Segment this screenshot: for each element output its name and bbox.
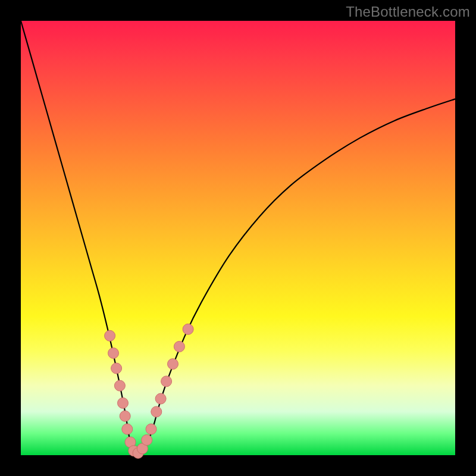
curve-marker <box>174 342 184 352</box>
curve-marker <box>105 330 115 341</box>
plot-area <box>21 21 455 455</box>
curve-marker <box>168 359 178 369</box>
curve-marker <box>120 411 130 421</box>
curve-marker <box>108 348 119 359</box>
chart-frame: TheBottleneck.com <box>0 0 476 476</box>
bottleneck-curve <box>21 21 455 455</box>
curve-markers <box>105 324 194 458</box>
curve-marker <box>161 376 172 387</box>
curve-marker <box>155 393 166 404</box>
curve-marker <box>183 324 193 334</box>
curve-marker <box>118 397 129 408</box>
chart-svg <box>21 21 455 455</box>
curve-marker <box>122 424 133 434</box>
curve-marker <box>146 424 156 434</box>
curve-marker <box>142 435 152 446</box>
watermark-text: TheBottleneck.com <box>346 4 470 20</box>
curve-marker <box>111 363 122 374</box>
curve-marker <box>151 406 162 417</box>
curve-marker <box>114 380 125 391</box>
